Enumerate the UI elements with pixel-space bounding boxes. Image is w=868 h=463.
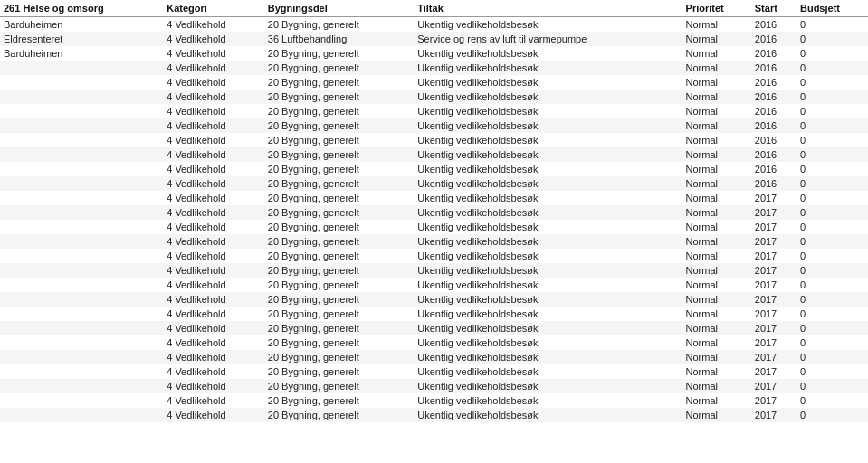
cell-start: 2017 (751, 220, 796, 234)
cell-prioritet: Normal (682, 350, 751, 364)
table-row: 4 Vedlikehold20 Bygning, genereltUkentli… (0, 379, 868, 393)
cell-bygningsdel: 20 Bygning, generelt (264, 46, 414, 61)
cell-prioritet: Normal (682, 335, 751, 350)
col-header-bygningsdel: Bygningsdel (264, 0, 414, 17)
cell-prioritet: Normal (682, 104, 751, 118)
cell-tiltak: Ukentlig vedlikeholdsbesøk (414, 220, 682, 234)
cell-start: 2017 (751, 292, 796, 307)
table-row: 4 Vedlikehold20 Bygning, genereltUkentli… (0, 220, 868, 234)
cell-bygningsdel: 20 Bygning, generelt (264, 307, 414, 321)
cell-start: 2016 (751, 61, 796, 75)
cell-kategori: 4 Vedlikehold (163, 393, 264, 408)
cell-prioritet: Normal (682, 205, 751, 220)
cell-start: 2017 (751, 249, 796, 263)
cell-tiltak: Ukentlig vedlikeholdsbesøk (414, 408, 682, 422)
cell-bygningsdel: 20 Bygning, generelt (264, 220, 414, 234)
cell-helse: Eldresenteret (0, 32, 163, 46)
cell-budsjett: 0 (796, 220, 868, 234)
col-header-prioritet: Prioritet (682, 0, 751, 17)
table-row: 4 Vedlikehold20 Bygning, genereltUkentli… (0, 147, 868, 162)
cell-bygningsdel: 20 Bygning, generelt (264, 162, 414, 176)
cell-tiltak: Ukentlig vedlikeholdsbesøk (414, 191, 682, 205)
cell-kategori: 4 Vedlikehold (163, 118, 264, 133)
table-row: 4 Vedlikehold20 Bygning, genereltUkentli… (0, 61, 868, 75)
cell-budsjett: 0 (796, 75, 868, 90)
cell-budsjett: 0 (796, 249, 868, 263)
cell-start: 2017 (751, 393, 796, 408)
table-row: Barduheimen4 Vedlikehold20 Bygning, gene… (0, 17, 868, 33)
cell-start: 2017 (751, 379, 796, 393)
cell-tiltak: Ukentlig vedlikeholdsbesøk (414, 249, 682, 263)
cell-bygningsdel: 20 Bygning, generelt (264, 408, 414, 422)
cell-tiltak: Ukentlig vedlikeholdsbesøk (414, 379, 682, 393)
cell-helse (0, 90, 163, 104)
table-row: 4 Vedlikehold20 Bygning, genereltUkentli… (0, 133, 868, 147)
cell-budsjett: 0 (796, 176, 868, 191)
cell-prioritet: Normal (682, 379, 751, 393)
cell-bygningsdel: 20 Bygning, generelt (264, 249, 414, 263)
cell-start: 2016 (751, 90, 796, 104)
cell-tiltak: Ukentlig vedlikeholdsbesøk (414, 278, 682, 292)
cell-helse (0, 61, 163, 75)
cell-tiltak: Ukentlig vedlikeholdsbesøk (414, 364, 682, 379)
cell-start: 2016 (751, 133, 796, 147)
cell-prioritet: Normal (682, 234, 751, 249)
cell-helse (0, 118, 163, 133)
cell-tiltak: Ukentlig vedlikeholdsbesøk (414, 17, 682, 33)
col-header-start: Start (751, 0, 796, 17)
cell-bygningsdel: 20 Bygning, generelt (264, 176, 414, 191)
cell-helse (0, 408, 163, 422)
cell-budsjett: 0 (796, 104, 868, 118)
cell-start: 2016 (751, 147, 796, 162)
cell-start: 2016 (751, 104, 796, 118)
cell-helse (0, 335, 163, 350)
cell-start: 2016 (751, 75, 796, 90)
cell-bygningsdel: 20 Bygning, generelt (264, 61, 414, 75)
cell-bygningsdel: 20 Bygning, generelt (264, 90, 414, 104)
cell-start: 2017 (751, 234, 796, 249)
table-row: 4 Vedlikehold20 Bygning, genereltUkentli… (0, 364, 868, 379)
cell-helse (0, 350, 163, 364)
cell-kategori: 4 Vedlikehold (163, 263, 264, 278)
table-row: 4 Vedlikehold20 Bygning, genereltUkentli… (0, 75, 868, 90)
cell-kategori: 4 Vedlikehold (163, 133, 264, 147)
col-header-tiltak: Tiltak (414, 0, 682, 17)
cell-start: 2017 (751, 263, 796, 278)
cell-bygningsdel: 20 Bygning, generelt (264, 379, 414, 393)
cell-helse (0, 234, 163, 249)
cell-helse (0, 220, 163, 234)
cell-kategori: 4 Vedlikehold (163, 307, 264, 321)
cell-helse (0, 263, 163, 278)
cell-budsjett: 0 (796, 46, 868, 61)
cell-tiltak: Ukentlig vedlikeholdsbesøk (414, 234, 682, 249)
cell-tiltak: Ukentlig vedlikeholdsbesøk (414, 147, 682, 162)
cell-helse (0, 191, 163, 205)
table-row: 4 Vedlikehold20 Bygning, genereltUkentli… (0, 118, 868, 133)
cell-kategori: 4 Vedlikehold (163, 220, 264, 234)
table-row: Eldresenteret4 Vedlikehold36 Luftbehandl… (0, 32, 868, 46)
cell-start: 2017 (751, 205, 796, 220)
cell-prioritet: Normal (682, 191, 751, 205)
cell-helse (0, 307, 163, 321)
cell-tiltak: Ukentlig vedlikeholdsbesøk (414, 90, 682, 104)
cell-prioritet: Normal (682, 17, 751, 33)
cell-budsjett: 0 (796, 32, 868, 46)
cell-helse: Barduheimen (0, 46, 163, 61)
cell-start: 2017 (751, 321, 796, 335)
cell-helse (0, 292, 163, 307)
cell-bygningsdel: 20 Bygning, generelt (264, 17, 414, 33)
table-row: 4 Vedlikehold20 Bygning, genereltUkentli… (0, 249, 868, 263)
cell-kategori: 4 Vedlikehold (163, 147, 264, 162)
cell-start: 2017 (751, 364, 796, 379)
table-row: 4 Vedlikehold20 Bygning, genereltUkentli… (0, 191, 868, 205)
cell-kategori: 4 Vedlikehold (163, 234, 264, 249)
cell-kategori: 4 Vedlikehold (163, 90, 264, 104)
cell-bygningsdel: 20 Bygning, generelt (264, 104, 414, 118)
cell-start: 2017 (751, 335, 796, 350)
cell-start: 2017 (751, 350, 796, 364)
table-row: Barduheimen4 Vedlikehold20 Bygning, gene… (0, 46, 868, 61)
cell-bygningsdel: 20 Bygning, generelt (264, 75, 414, 90)
cell-bygningsdel: 20 Bygning, generelt (264, 147, 414, 162)
cell-tiltak: Ukentlig vedlikeholdsbesøk (414, 118, 682, 133)
cell-helse (0, 278, 163, 292)
